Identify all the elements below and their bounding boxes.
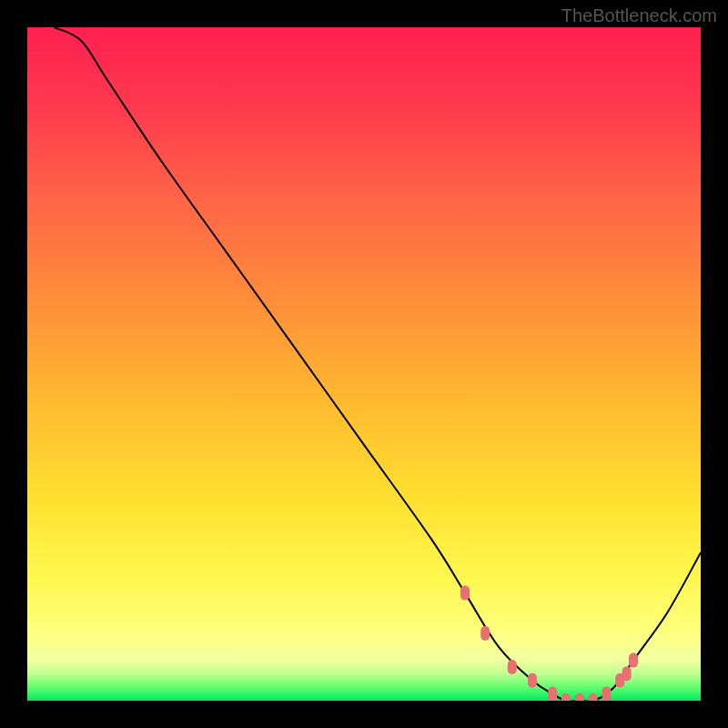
chart-container — [27, 27, 701, 701]
marker-point — [508, 660, 517, 674]
bottleneck-curve-line — [55, 27, 701, 701]
marker-point — [575, 693, 584, 701]
marker-point — [528, 673, 537, 688]
marker-point — [629, 653, 638, 668]
marker-point — [602, 687, 611, 701]
marker-point — [622, 666, 632, 681]
curve-overlay — [27, 27, 701, 701]
marker-point — [480, 626, 490, 641]
marker-point — [589, 693, 598, 701]
marker-point — [561, 693, 571, 701]
watermark-text: TheBottleneck.com — [561, 5, 717, 26]
marker-point — [460, 586, 470, 601]
marker-group — [460, 586, 638, 701]
marker-point — [548, 687, 557, 701]
